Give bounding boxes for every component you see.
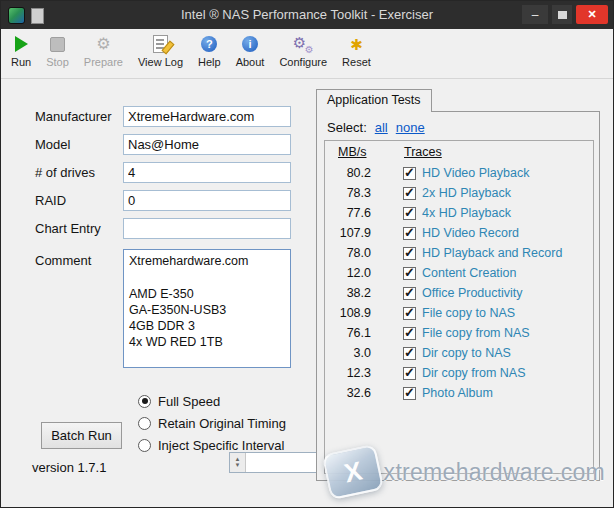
select-none-link[interactable]: none — [396, 120, 425, 135]
traces-list: MB/s Traces 80.2HD Video Playback 78.32x… — [324, 140, 594, 474]
trace-checkbox[interactable] — [403, 167, 416, 180]
configure-button[interactable]: ⚙⚙ Configure — [279, 35, 327, 68]
trace-speed: 78.3 — [325, 186, 371, 200]
window-controls: – ✕ — [522, 5, 608, 24]
trace-label: Photo Album — [422, 386, 493, 400]
radio-retain-timing-circle[interactable] — [138, 417, 151, 430]
application-tests-panel: Select: all none MB/s Traces 80.2HD Vide… — [316, 111, 600, 481]
trace-checkbox[interactable] — [403, 387, 416, 400]
model-label: Model — [35, 137, 70, 152]
manufacturer-label: Manufacturer — [35, 109, 112, 124]
batch-run-button[interactable]: Batch Run — [41, 422, 122, 449]
trace-label: Dir copy from NAS — [422, 366, 526, 380]
radio-retain-timing[interactable]: Retain Original Timing — [138, 415, 286, 431]
run-button[interactable]: Run — [11, 35, 31, 68]
raid-label: RAID — [35, 193, 66, 208]
drives-field[interactable] — [123, 162, 291, 183]
spinner-buttons[interactable]: ▲ ▼ — [230, 453, 246, 472]
main-area: Manufacturer Model # of drives RAID Char… — [1, 80, 613, 507]
stop-button: Stop — [46, 35, 69, 68]
trace-checkbox[interactable] — [403, 207, 416, 220]
trace-label: Content Creation — [422, 266, 517, 280]
trace-speed: 3.0 — [325, 346, 371, 360]
trace-label: Office Productivity — [422, 286, 523, 300]
help-button[interactable]: ? Help — [198, 35, 221, 68]
trace-label: HD Video Playback — [422, 166, 529, 180]
radio-inject-interval[interactable]: Inject Specific Interval — [138, 437, 284, 453]
trace-checkbox[interactable] — [403, 307, 416, 320]
column-header-mbs: MB/s — [338, 145, 366, 159]
trace-checkbox[interactable] — [403, 287, 416, 300]
radio-inject-interval-circle[interactable] — [138, 439, 151, 452]
trace-speed: 12.3 — [325, 366, 371, 380]
document-icon — [31, 8, 44, 24]
manufacturer-field[interactable] — [123, 106, 291, 127]
trace-row: 78.32x HD Playback — [325, 183, 593, 203]
trace-label: File copy from NAS — [422, 326, 530, 340]
trace-speed: 78.0 — [325, 246, 371, 260]
minimize-button[interactable]: – — [522, 5, 548, 24]
close-button[interactable]: ✕ — [576, 5, 608, 24]
trace-row: 107.9HD Video Record — [325, 223, 593, 243]
app-icon — [8, 7, 25, 24]
run-icon — [15, 35, 28, 53]
trace-label: HD Playback and Record — [422, 246, 562, 260]
radio-full-speed[interactable]: Full Speed — [138, 393, 220, 409]
trace-label: File copy to NAS — [422, 306, 515, 320]
reset-button[interactable]: ✱ Reset — [342, 35, 371, 68]
drives-label: # of drives — [35, 165, 95, 180]
trace-speed: 80.2 — [325, 166, 371, 180]
trace-checkbox[interactable] — [403, 247, 416, 260]
tab-application-tests[interactable]: Application Tests — [316, 89, 432, 112]
select-label: Select: — [327, 120, 367, 135]
trace-speed: 38.2 — [325, 286, 371, 300]
stop-icon — [50, 35, 65, 53]
trace-checkbox[interactable] — [403, 227, 416, 240]
close-icon: ✕ — [587, 8, 596, 21]
version-label: version 1.7.1 — [32, 460, 106, 475]
trace-speed: 108.9 — [325, 306, 371, 320]
trace-checkbox[interactable] — [403, 367, 416, 380]
chart-entry-field[interactable] — [123, 218, 291, 239]
trace-row: 38.2Office Productivity — [325, 283, 593, 303]
trace-label: Dir copy to NAS — [422, 346, 511, 360]
trace-row: 80.2HD Video Playback — [325, 163, 593, 183]
trace-label: 2x HD Playback — [422, 186, 511, 200]
trace-row: 76.1File copy from NAS — [325, 323, 593, 343]
comment-label: Comment — [35, 253, 91, 268]
view-log-button[interactable]: View Log — [138, 35, 183, 68]
trace-checkbox[interactable] — [403, 267, 416, 280]
trace-speed: 12.0 — [325, 266, 371, 280]
maximize-icon — [558, 11, 567, 19]
trace-checkbox[interactable] — [403, 187, 416, 200]
help-icon: ? — [201, 36, 217, 52]
trace-checkbox[interactable] — [403, 347, 416, 360]
prepare-gear-icon: ⚙ — [96, 35, 110, 53]
view-log-icon — [153, 35, 168, 53]
trace-label: 4x HD Playback — [422, 206, 511, 220]
about-button[interactable]: i About — [236, 35, 265, 68]
select-all-link[interactable]: all — [375, 120, 388, 135]
model-field[interactable] — [123, 134, 291, 155]
trace-speed: 107.9 — [325, 226, 371, 240]
trace-label: HD Video Record — [422, 226, 519, 240]
toolbar: Run Stop ⚙ Prepare View Log ? Help i Abo… — [1, 29, 613, 79]
trace-row: 77.64x HD Playback — [325, 203, 593, 223]
trace-row: 12.0Content Creation — [325, 263, 593, 283]
trace-speed: 77.6 — [325, 206, 371, 220]
maximize-button[interactable] — [552, 5, 572, 24]
trace-rows: 80.2HD Video Playback 78.32x HD Playback… — [325, 163, 593, 403]
trace-row: 78.0HD Playback and Record — [325, 243, 593, 263]
prepare-button: ⚙ Prepare — [84, 35, 123, 68]
column-header-traces: Traces — [404, 145, 442, 159]
trace-row: 108.9File copy to NAS — [325, 303, 593, 323]
radio-full-speed-circle[interactable] — [138, 395, 151, 408]
comment-field[interactable]: Xtremehardware.com AMD E-350 GA-E350N-US… — [123, 249, 291, 368]
exerciser-window: Intel ® NAS Performance Toolkit - Exerci… — [0, 0, 614, 508]
configure-gears-icon: ⚙⚙ — [293, 35, 314, 53]
titlebar: Intel ® NAS Performance Toolkit - Exerci… — [1, 1, 613, 29]
trace-row: 12.3Dir copy from NAS — [325, 363, 593, 383]
spinner-down-icon[interactable]: ▼ — [235, 463, 241, 468]
raid-field[interactable] — [123, 190, 291, 211]
trace-checkbox[interactable] — [403, 327, 416, 340]
